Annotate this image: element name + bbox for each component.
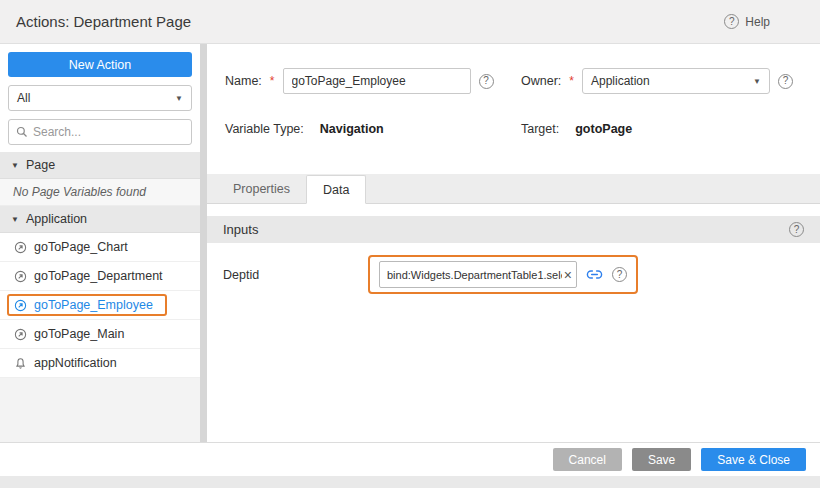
navigation-action-icon [14, 299, 27, 312]
clear-binding-icon[interactable]: × [564, 268, 572, 282]
action-form: Name: * ? Owner: * Application ▼ ? [207, 44, 820, 174]
tree-item-label: goToPage_Employee [34, 298, 153, 312]
selection-highlight-box: goToPage_Employee [7, 294, 167, 316]
tree-group-page[interactable]: ▼ Page [0, 152, 200, 179]
dialog-footer: Cancel Save Save & Close [0, 442, 820, 476]
name-field[interactable] [283, 68, 471, 94]
tree-item-appnotification[interactable]: appNotification [0, 349, 200, 378]
panel-divider [200, 44, 207, 442]
actions-dialog: Actions: Department Page ? Help New Acti… [0, 0, 820, 488]
scope-filter-dropdown[interactable]: All ▼ [8, 85, 192, 111]
new-action-button[interactable]: New Action [8, 52, 192, 77]
page-empty-message: No Page Variables found [0, 179, 200, 206]
chevron-down-icon: ▼ [175, 94, 183, 103]
owner-value: Application [591, 74, 650, 88]
help-button[interactable]: ? Help [724, 14, 770, 29]
navigation-action-icon [14, 328, 27, 341]
deptid-field-row: Deptid bind:Widgets.DepartmentTable1.sel… [207, 243, 820, 294]
tree-item-label: goToPage_Main [34, 327, 124, 341]
page-title: Actions: Department Page [16, 13, 191, 30]
owner-help-icon[interactable]: ? [778, 74, 793, 89]
tree-item-gotopage-department[interactable]: goToPage_Department [0, 262, 200, 291]
collapse-caret-icon: ▼ [11, 161, 19, 170]
data-tab-content: Inputs ? Deptid bind:Widgets.DepartmentT… [207, 204, 820, 442]
deptid-label: Deptid [223, 268, 368, 282]
name-label: Name: [225, 74, 262, 88]
deptid-help-icon[interactable]: ? [612, 267, 627, 282]
navigation-action-icon [14, 270, 27, 283]
search-input[interactable] [33, 125, 184, 139]
collapse-caret-icon: ▼ [11, 215, 19, 224]
notification-action-icon [14, 357, 27, 370]
target-label: Target: [521, 122, 559, 136]
tree-item-label: goToPage_Chart [34, 240, 128, 254]
help-label: Help [745, 15, 770, 29]
tree-item-label: appNotification [34, 356, 117, 370]
chevron-down-icon: ▼ [753, 77, 761, 86]
required-asterisk: * [569, 74, 574, 88]
tab-data[interactable]: Data [306, 175, 366, 204]
deptid-bind-input[interactable]: bind:Widgets.DepartmentTable1.selec × [379, 261, 577, 288]
variables-sidebar: New Action All ▼ ▼ Page [0, 44, 200, 442]
bind-highlight-box: bind:Widgets.DepartmentTable1.selec × ? [368, 255, 638, 294]
required-asterisk: * [270, 74, 275, 88]
name-help-icon[interactable]: ? [479, 74, 494, 89]
navigation-action-icon [14, 241, 27, 254]
variables-tree: ▼ Page No Page Variables found ▼ Applica… [0, 152, 200, 378]
deptid-bind-value: bind:Widgets.DepartmentTable1.selec [387, 269, 562, 281]
sidebar-filler [0, 378, 200, 442]
target-value: gotoPage [575, 122, 632, 136]
variable-type-label: Variable Type: [225, 122, 304, 136]
tree-item-gotopage-employee[interactable]: goToPage_Employee [0, 291, 200, 320]
search-box [8, 119, 192, 145]
tree-item-gotopage-main[interactable]: goToPage_Main [0, 320, 200, 349]
action-detail-panel: Name: * ? Owner: * Application ▼ ? [207, 44, 820, 442]
tree-group-application[interactable]: ▼ Application [0, 206, 200, 233]
tree-item-gotopage-chart[interactable]: goToPage_Chart [0, 233, 200, 262]
tree-group-page-label: Page [26, 158, 55, 172]
cancel-button[interactable]: Cancel [553, 448, 622, 471]
help-icon: ? [724, 14, 739, 29]
inputs-help-icon[interactable]: ? [789, 222, 804, 237]
bottom-strip [0, 476, 820, 488]
search-icon [16, 126, 28, 138]
inputs-section-title: Inputs [223, 222, 258, 237]
tree-group-application-label: Application [26, 212, 87, 226]
owner-dropdown[interactable]: Application ▼ [582, 68, 770, 94]
variable-type-value: Navigation [320, 122, 384, 136]
owner-label: Owner: [521, 74, 561, 88]
dialog-header: Actions: Department Page ? Help [0, 0, 820, 44]
inputs-section-header: Inputs ? [207, 216, 820, 243]
detail-tabbar: Properties Data [207, 174, 820, 204]
tree-item-label: goToPage_Department [34, 269, 163, 283]
scope-filter-value: All [17, 91, 30, 105]
save-button[interactable]: Save [632, 448, 691, 471]
tab-properties[interactable]: Properties [217, 174, 306, 203]
bind-link-icon[interactable] [586, 266, 603, 283]
save-and-close-button[interactable]: Save & Close [701, 448, 806, 471]
